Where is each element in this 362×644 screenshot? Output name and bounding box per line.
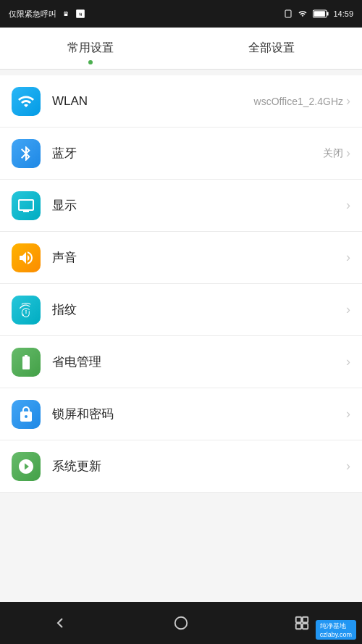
svg-rect-5 [295, 617, 300, 622]
battery-arrow-icon: › [346, 354, 350, 369]
tab-indicator [88, 60, 93, 64]
home-icon [173, 615, 189, 631]
settings-item-battery[interactable]: 省电管理 › [0, 336, 362, 388]
wlan-label: WLAN [52, 94, 254, 109]
lock-icon [17, 406, 35, 423]
wifi-icon [297, 9, 308, 18]
watermark: 纯净基地 czlaby.com [316, 620, 356, 640]
lock-label: 锁屏和密码 [52, 406, 343, 422]
update-arrow-icon: › [346, 459, 350, 474]
lock-icon-wrap [12, 400, 41, 429]
wlan-icon-wrap [12, 87, 41, 116]
nfc-icon [75, 9, 85, 19]
fingerprint-icon-wrap [12, 296, 41, 325]
settings-item-update[interactable]: 系统更新 › [0, 440, 362, 493]
bluetooth-icon [17, 145, 35, 162]
update-icon [17, 458, 35, 475]
tab-all-label: 全部设置 [248, 41, 295, 56]
svg-rect-8 [303, 624, 308, 629]
bluetooth-arrow-icon: › [346, 146, 350, 161]
battery-icon [313, 9, 329, 18]
settings-list: WLAN wscOffice1_2.4GHz › 蓝牙 关闭 › 显示 › [0, 70, 362, 602]
bottom-nav: 纯净基地 czlaby.com [0, 602, 362, 644]
usb-icon [61, 9, 71, 19]
settings-item-display[interactable]: 显示 › [0, 180, 362, 232]
tab-all[interactable]: 全部设置 [181, 28, 362, 69]
tab-common[interactable]: 常用设置 [0, 28, 181, 69]
sim-icon [284, 9, 292, 18]
watermark-line1: 纯净基地 [320, 622, 352, 631]
wlan-value: wscOffice1_2.4GHz [254, 96, 343, 107]
status-bar-left: 仅限紧急呼叫 [9, 9, 85, 20]
tab-common-label: 常用设置 [67, 41, 114, 56]
settings-item-sound[interactable]: 声音 › [0, 232, 362, 284]
svg-rect-2 [314, 11, 325, 17]
time-display: 14:59 [333, 9, 353, 18]
battery-mgmt-icon-wrap [12, 348, 41, 377]
status-bar-right: 14:59 [284, 9, 353, 18]
settings-item-lock[interactable]: 锁屏和密码 › [0, 388, 362, 440]
display-icon [17, 197, 35, 214]
emergency-text: 仅限紧急呼叫 [9, 9, 56, 20]
tab-bar: 常用设置 全部设置 [0, 28, 362, 70]
back-icon [51, 614, 69, 632]
display-label: 显示 [52, 197, 343, 214]
sound-icon-wrap [12, 243, 41, 272]
battery-mgmt-icon [17, 354, 35, 371]
svg-rect-0 [285, 10, 291, 17]
bluetooth-value: 关闭 [323, 147, 343, 160]
svg-rect-7 [295, 624, 300, 629]
wlan-arrow-icon: › [346, 93, 350, 109]
update-icon-wrap [12, 452, 41, 481]
home-button[interactable] [159, 609, 203, 637]
battery-label: 省电管理 [52, 354, 343, 370]
bluetooth-label: 蓝牙 [52, 145, 323, 162]
display-arrow-icon: › [346, 198, 350, 213]
bluetooth-icon-wrap [12, 139, 41, 168]
fingerprint-label: 指纹 [52, 301, 343, 318]
fingerprint-icon [17, 301, 35, 319]
sound-arrow-icon: › [346, 250, 350, 265]
watermark-line2: czlaby.com [320, 631, 352, 638]
settings-item-bluetooth[interactable]: 蓝牙 关闭 › [0, 127, 362, 180]
update-label: 系统更新 [52, 458, 343, 474]
display-icon-wrap [12, 191, 41, 220]
svg-rect-6 [303, 617, 308, 622]
svg-rect-3 [327, 12, 329, 15]
lock-arrow-icon: › [346, 406, 350, 422]
wlan-icon [17, 93, 35, 110]
sound-icon [17, 249, 35, 267]
status-bar: 仅限紧急呼叫 14:59 [0, 0, 362, 28]
settings-item-fingerprint[interactable]: 指纹 › [0, 284, 362, 336]
back-button[interactable] [38, 609, 82, 637]
sound-label: 声音 [52, 249, 343, 266]
recents-icon [294, 615, 310, 631]
svg-point-4 [175, 617, 188, 630]
settings-item-wlan[interactable]: WLAN wscOffice1_2.4GHz › [0, 75, 362, 127]
fingerprint-arrow-icon: › [346, 302, 350, 317]
